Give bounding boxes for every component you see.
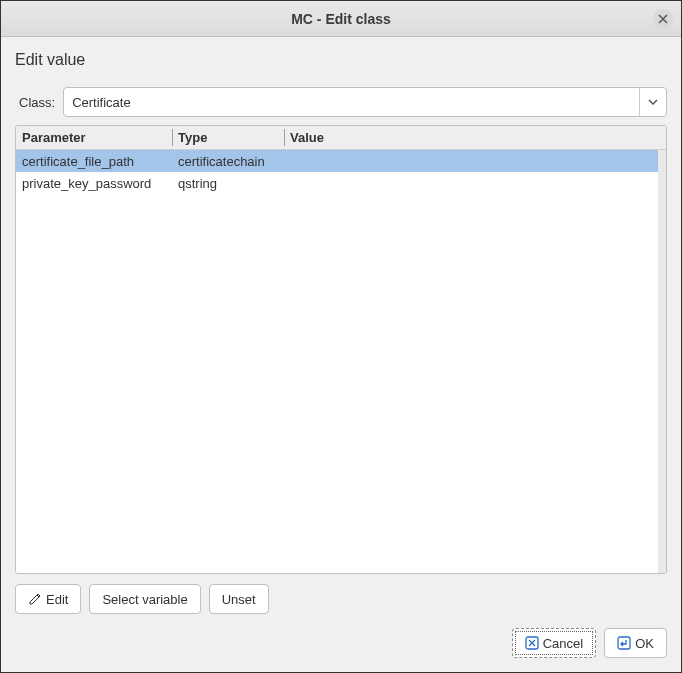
class-dropdown[interactable]: Certificate	[63, 87, 667, 117]
edit-icon	[28, 592, 42, 606]
dialog-buttons: Cancel OK	[1, 628, 681, 672]
titlebar: MC - Edit class	[1, 1, 681, 37]
window-title: MC - Edit class	[291, 11, 391, 27]
ok-button-label: OK	[635, 636, 654, 651]
scrollbar[interactable]	[658, 150, 666, 573]
class-dropdown-value: Certificate	[72, 95, 639, 110]
table-body: certificate_file_pathcertificatechainpri…	[16, 150, 666, 573]
cancel-button[interactable]: Cancel	[512, 628, 596, 658]
cell-value	[284, 181, 666, 185]
cell-parameter: certificate_file_path	[16, 152, 172, 171]
table-header: Parameter Type Value	[16, 126, 666, 150]
edit-button[interactable]: Edit	[15, 584, 81, 614]
cell-type: qstring	[172, 174, 284, 193]
ok-button[interactable]: OK	[604, 628, 667, 658]
dialog-content: Edit value Class: Certificate Parameter …	[1, 37, 681, 672]
svg-rect-1	[618, 637, 630, 649]
action-buttons: Edit Select variable Unset	[15, 584, 667, 614]
table-row[interactable]: certificate_file_pathcertificatechain	[16, 150, 666, 172]
close-icon	[658, 14, 668, 24]
column-value[interactable]: Value	[284, 126, 666, 149]
cell-parameter: private_key_password	[16, 174, 172, 193]
close-button[interactable]	[653, 9, 673, 29]
cell-type: certificatechain	[172, 152, 284, 171]
cell-value	[284, 159, 666, 163]
select-variable-label: Select variable	[102, 592, 187, 607]
cancel-icon	[525, 636, 539, 650]
class-label: Class:	[15, 95, 55, 110]
unset-button[interactable]: Unset	[209, 584, 269, 614]
edit-button-label: Edit	[46, 592, 68, 607]
column-type[interactable]: Type	[172, 126, 284, 149]
section-heading: Edit value	[1, 37, 681, 79]
parameter-table: Parameter Type Value certificate_file_pa…	[15, 125, 667, 574]
unset-button-label: Unset	[222, 592, 256, 607]
column-parameter[interactable]: Parameter	[16, 126, 172, 149]
chevron-down-icon	[639, 88, 658, 116]
enter-icon	[617, 636, 631, 650]
class-row: Class: Certificate	[15, 87, 667, 117]
table-row[interactable]: private_key_passwordqstring	[16, 172, 666, 194]
inner-panel: Class: Certificate Parameter Type Value …	[15, 79, 667, 614]
cancel-button-label: Cancel	[543, 636, 583, 651]
select-variable-button[interactable]: Select variable	[89, 584, 200, 614]
